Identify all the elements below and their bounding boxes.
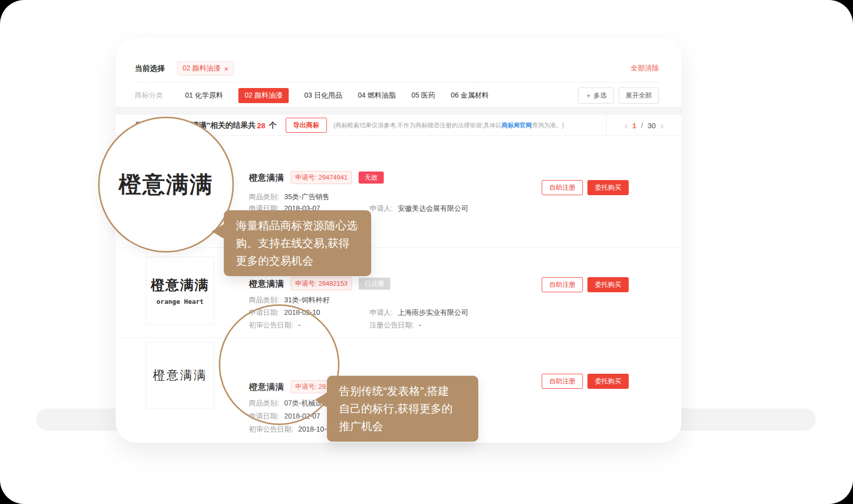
pagination-separator: / xyxy=(641,121,643,129)
current-selection-bar: 当前选择 02 颜料油漆 × 全部清除 xyxy=(135,61,659,75)
expand-all-button[interactable]: 展开全部 xyxy=(619,88,659,104)
tab-pigment-paint-active[interactable]: 02 颜料油漆 xyxy=(238,88,288,103)
tab-chemical-raw[interactable]: 01 化学原料 xyxy=(185,91,223,100)
trademark-name[interactable]: 橙意满满 xyxy=(249,278,284,290)
entrust-purchase-button[interactable]: 委托购买 xyxy=(587,277,629,292)
callout-promotion: 告别传统“发表格”,搭建 自己的标行,获得更多的 推广机会 xyxy=(327,376,478,442)
chevron-left-icon[interactable]: ‹ xyxy=(625,121,628,130)
trademark-image-3[interactable]: 橙意满满 xyxy=(146,342,214,408)
results-count: 28 xyxy=(257,121,266,130)
row-1-category-line: 商品类别:35类-广告销售 xyxy=(249,192,329,202)
applicant-value: 上海雨步实业有限公司 xyxy=(398,308,468,317)
applicant-value: 安徽美达会展有限公司 xyxy=(398,204,468,213)
row-2-actions: 自助注册 委托购买 xyxy=(542,277,629,292)
category-bar-actions: ＋ 多选 展开全部 xyxy=(578,88,659,104)
self-register-button[interactable]: 自助注册 xyxy=(542,180,583,195)
header-separator-band xyxy=(116,107,681,115)
export-trademark-button[interactable]: 导出商标 xyxy=(286,118,327,133)
application-number-tag: 申请号: 29474941 xyxy=(291,171,352,184)
dashed-divider xyxy=(135,82,659,82)
row-1-title-line: 橙意满满 申请号: 29474941 无效 xyxy=(249,171,384,184)
selected-filter-chip-label: 02 颜料油漆 xyxy=(183,64,220,73)
pagination: ‹ 1 / 30 › xyxy=(606,115,681,136)
category-value: 31类-饲料种籽 xyxy=(284,296,329,305)
result-row-2: 橙意满满 orange Heart 橙意满满 申请号: 29482153 已注册… xyxy=(116,248,681,338)
category-value: 35类-广告销售 xyxy=(284,193,329,202)
tab-metal-material[interactable]: 06 金属材料 xyxy=(451,91,488,100)
status-badge-invalid: 无效 xyxy=(359,172,384,184)
current-selection-label: 当前选择 xyxy=(135,64,165,73)
status-badge-registered: 已注册 xyxy=(359,278,390,290)
category-label: 商品类别: xyxy=(249,193,279,202)
category-bar: 商标分类 01 化学原料 02 颜料油漆 03 日化用品 04 燃料油脂 05 … xyxy=(135,88,659,103)
trademark-image-3-text: 橙意满满 xyxy=(153,367,207,383)
trademark-name[interactable]: 橙意满满 xyxy=(249,172,284,184)
row-2-category-line: 商品类别:31类-饲料种籽 xyxy=(249,295,329,305)
pagination-total-pages: 30 xyxy=(647,121,656,130)
application-number-value: 29474941 xyxy=(318,174,348,181)
category-bar-label: 商标分类 xyxy=(135,91,163,100)
first-publication-label: 初审公告日期: xyxy=(249,425,293,434)
callout-trade-resources: 海量精品商标资源随心选 购。支持在线交易,获得 更多的交易机会 xyxy=(224,210,371,276)
applicant-label: 申请人: xyxy=(370,204,393,213)
application-number-tag: 申请号: 29482153 xyxy=(291,277,352,290)
clear-all-button[interactable]: 全部清除 xyxy=(631,64,659,73)
row-1-actions: 自助注册 委托购买 xyxy=(542,180,629,195)
trademark-office-link[interactable]: 商标局官网 xyxy=(501,122,532,129)
application-number-label: 申请号: xyxy=(295,174,317,181)
multi-select-button[interactable]: ＋ 多选 xyxy=(578,88,614,104)
category-label: 商品类别: xyxy=(249,296,279,305)
tab-fuel-grease[interactable]: 04 燃料油脂 xyxy=(358,91,395,100)
disclaimer-text-post: 查询为准。) xyxy=(532,122,564,129)
entrust-purchase-button[interactable]: 委托购买 xyxy=(587,180,629,195)
selected-filter-chip[interactable]: 02 颜料油漆 × xyxy=(177,61,234,75)
magnified-trademark-text: 橙意满满 xyxy=(119,170,213,200)
tab-daily-chemical[interactable]: 03 日化用品 xyxy=(304,91,342,100)
entrust-purchase-button[interactable]: 委托购买 xyxy=(587,374,629,389)
category-tabs: 01 化学原料 02 颜料油漆 03 日化用品 04 燃料油脂 05 医药 06… xyxy=(185,88,489,103)
remove-filter-icon[interactable]: × xyxy=(224,65,228,72)
tab-medicine[interactable]: 05 医药 xyxy=(411,91,435,100)
applicant-label: 申请人: xyxy=(370,308,393,317)
pagination-current-page: 1 xyxy=(632,121,636,130)
self-register-button[interactable]: 自助注册 xyxy=(542,277,583,292)
results-count-unit: 个 xyxy=(269,121,277,130)
application-number-label: 申请号: xyxy=(295,280,317,287)
chevron-right-icon[interactable]: › xyxy=(660,121,663,130)
trademark-image-2[interactable]: 橙意满满 orange Heart xyxy=(146,257,214,325)
results-disclaimer: (商标检索结果仅供参考,不作为商标能否注册的法律依据;具体以商标局官网查询为准。… xyxy=(333,121,564,130)
disclaimer-text-pre: (商标检索结果仅供参考,不作为商标能否注册的法律依据;具体以 xyxy=(333,122,502,129)
application-number-value: 29482153 xyxy=(318,280,348,287)
registration-publication-label: 注册公告日期: xyxy=(370,321,414,330)
row-2-title-line: 橙意满满 申请号: 29482153 已注册 xyxy=(249,277,390,290)
registration-publication-value: - xyxy=(419,321,421,330)
row-3-actions: 自助注册 委托购买 xyxy=(542,374,629,389)
trademark-image-2-text: 橙意满满 xyxy=(151,276,209,294)
self-register-button[interactable]: 自助注册 xyxy=(542,374,583,389)
trademark-image-2-subtext: orange Heart xyxy=(156,298,204,305)
